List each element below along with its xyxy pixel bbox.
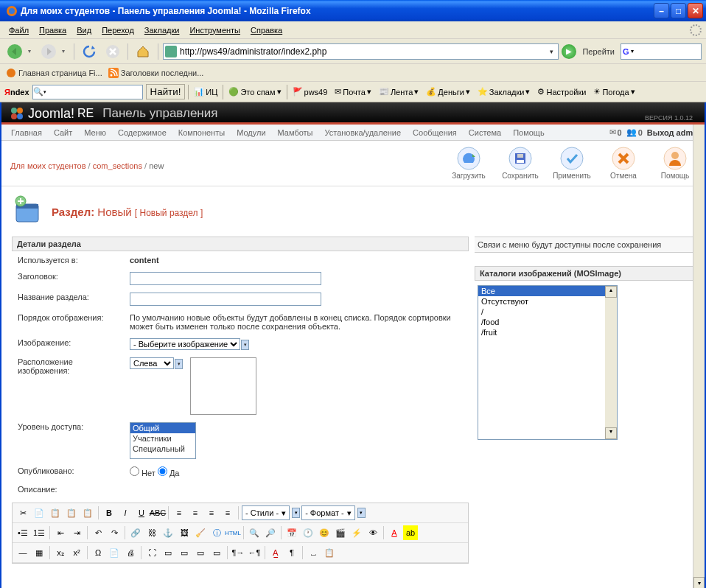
ed-smiley-icon[interactable]: 😊 [317, 525, 332, 540]
address-bar[interactable]: ▾ [163, 43, 559, 60]
ed-align-center-icon[interactable]: ≡ [188, 505, 203, 520]
ed-print-icon[interactable]: 🖨 [123, 545, 138, 560]
ed-table-icon[interactable]: ▦ [32, 545, 46, 560]
ed-char-icon[interactable]: Ω [91, 545, 105, 560]
jmenu-content[interactable]: Содержимое [113, 126, 172, 139]
ed-sup-icon[interactable]: x² [69, 545, 84, 560]
ed-vis-icon[interactable]: ¶ [284, 545, 299, 560]
ed-replace-icon[interactable]: 🔎 [263, 525, 278, 540]
ed-ltr-icon[interactable]: ¶→ [231, 545, 245, 560]
back-dropdown[interactable]: ▾ [28, 48, 35, 55]
ed-help-icon[interactable]: ⓘ [209, 525, 224, 540]
select-imgpos[interactable]: Слева [130, 357, 174, 369]
search-box[interactable]: G▾ [621, 43, 702, 60]
ed-time-icon[interactable]: 🕐 [301, 525, 315, 540]
ed-flash-icon[interactable]: ⚡ [349, 525, 364, 540]
jmenu-install[interactable]: Установка/удаление [320, 126, 407, 139]
tool-upload[interactable]: Загрузить [448, 147, 489, 180]
jmenu-messages[interactable]: Сообщения [408, 126, 462, 139]
yandex-logo[interactable]: Яndex [4, 88, 29, 97]
yandex-search[interactable]: 🔍▾ [32, 85, 143, 99]
ed-html-icon[interactable]: HTML [226, 525, 240, 540]
yandex-item-bookmarks[interactable]: ⭐ Закладки ▾ [475, 87, 533, 97]
ed-redo-icon[interactable]: ↷ [107, 525, 122, 540]
ed-format-select[interactable]: - Формат - ▾ [301, 505, 355, 520]
yandex-item-settings[interactable]: ⚙ Настройки [535, 87, 588, 97]
ed-ol-icon[interactable]: 1☰ [32, 525, 46, 540]
jmenu-home[interactable]: Главная [6, 126, 47, 139]
menu-edit[interactable]: Правка [35, 24, 71, 36]
menu-help[interactable]: Справка [246, 24, 287, 36]
ed-hr-icon[interactable]: — [15, 545, 30, 560]
ed-ul-icon[interactable]: •☰ [15, 525, 30, 540]
yandex-item-mail[interactable]: ✉ Почта ▾ [332, 87, 374, 97]
ed-underline-icon[interactable]: U [134, 505, 149, 520]
mail-badge[interactable]: ✉ 0 [609, 127, 622, 137]
ed-fwd-icon[interactable]: ▭ [193, 545, 208, 560]
ed-paste2-icon[interactable]: 📋 [64, 505, 79, 520]
yandex-item-weather[interactable]: ☀ Погода ▾ [591, 87, 637, 97]
ed-copy-icon[interactable]: 📄 [32, 505, 46, 520]
menu-go[interactable]: Переход [97, 24, 139, 36]
tool-help[interactable]: Помощь [654, 147, 696, 180]
input-name[interactable] [130, 293, 321, 306]
imgpos-helper-button[interactable]: ▾ [175, 359, 183, 369]
yandex-find-button[interactable]: Найти! [146, 84, 186, 99]
tool-save[interactable]: Сохранить [500, 147, 541, 180]
ed-clean-icon[interactable]: 🧹 [193, 525, 208, 540]
users-badge[interactable]: 👥 0 [626, 127, 643, 137]
ed-tpl-icon[interactable]: 📋 [322, 545, 337, 560]
ed-italic-icon[interactable]: I [118, 505, 133, 520]
ed-align-justify-icon[interactable]: ≡ [220, 505, 235, 520]
ed-unlink-icon[interactable]: ⛓ [144, 525, 159, 540]
scroll-down-button[interactable]: ▾ [693, 577, 705, 588]
select-image[interactable]: - Выберите изображение - [130, 338, 240, 350]
menu-view[interactable]: Вид [72, 24, 96, 36]
ed-indent-icon[interactable]: ⇥ [69, 525, 84, 540]
ed-link-icon[interactable]: 🔗 [128, 525, 143, 540]
ed-image-icon[interactable]: 🖼 [177, 525, 192, 540]
ed-attr-icon[interactable]: A̲ [268, 545, 283, 560]
breadcrumb-link[interactable]: Для моих студентов [10, 161, 86, 170]
listbox-access[interactable]: Общий Участники Специальный [130, 422, 196, 459]
minimize-button[interactable]: – [654, 3, 669, 18]
radio-yes[interactable]: Да [158, 469, 180, 477]
home-button[interactable] [133, 41, 153, 62]
ed-page-icon[interactable]: 📄 [107, 545, 122, 560]
jmenu-components[interactable]: Компоненты [173, 126, 230, 139]
ed-abs-icon[interactable]: ▭ [177, 545, 192, 560]
image-helper-button[interactable]: ▾ [241, 340, 249, 350]
jmenu-system[interactable]: Система [464, 126, 506, 139]
back-button[interactable] [4, 41, 25, 62]
ed-preview-icon[interactable]: 👁 [366, 525, 380, 540]
ed-cut-icon[interactable]: ✂ [15, 505, 30, 520]
ed-styles-select[interactable]: - Стили - ▾ [242, 505, 290, 520]
ed-bold-icon[interactable]: B [102, 505, 116, 520]
ed-strike-icon[interactable]: ABC [150, 505, 165, 520]
url-input[interactable] [180, 46, 546, 57]
ed-sub-icon[interactable]: x₂ [53, 545, 68, 560]
ed-outdent-icon[interactable]: ⇤ [53, 525, 68, 540]
tool-cancel[interactable]: Отмена [603, 147, 644, 180]
listbox-folders[interactable]: Все Отсутствуют / /food /fruit ▴▾ [478, 285, 618, 440]
tool-apply[interactable]: Применить [551, 147, 593, 180]
ed-paste3-icon[interactable]: 📋 [80, 505, 95, 520]
url-dropdown[interactable]: ▾ [546, 48, 556, 55]
ed-date-icon[interactable]: 📅 [284, 525, 299, 540]
go-button[interactable]: ▶ [562, 44, 576, 59]
ed-back-icon[interactable]: ▭ [209, 545, 224, 560]
ed-layer-icon[interactable]: ▭ [161, 545, 175, 560]
ed-paste-icon[interactable]: 📋 [48, 505, 63, 520]
reload-button[interactable] [79, 41, 99, 62]
input-title[interactable] [130, 272, 321, 285]
ed-nbsp-icon[interactable]: ⎵ [306, 545, 321, 560]
yandex-item-site[interactable]: 🚩 pws49 [290, 87, 330, 97]
forward-dropdown[interactable]: ▾ [62, 48, 69, 55]
ed-find-icon[interactable]: 🔍 [247, 525, 262, 540]
yandex-item-money[interactable]: 💰 Деньги ▾ [424, 87, 472, 97]
search-engine-icon[interactable]: G [623, 47, 629, 56]
bookmark-item[interactable]: Главная страница Fi... [6, 68, 102, 78]
ed-fullscreen-icon[interactable]: ⛶ [144, 545, 159, 560]
scrollbar[interactable]: ▴ ▾ [693, 102, 705, 588]
jmenu-menu[interactable]: Меню [79, 126, 111, 139]
